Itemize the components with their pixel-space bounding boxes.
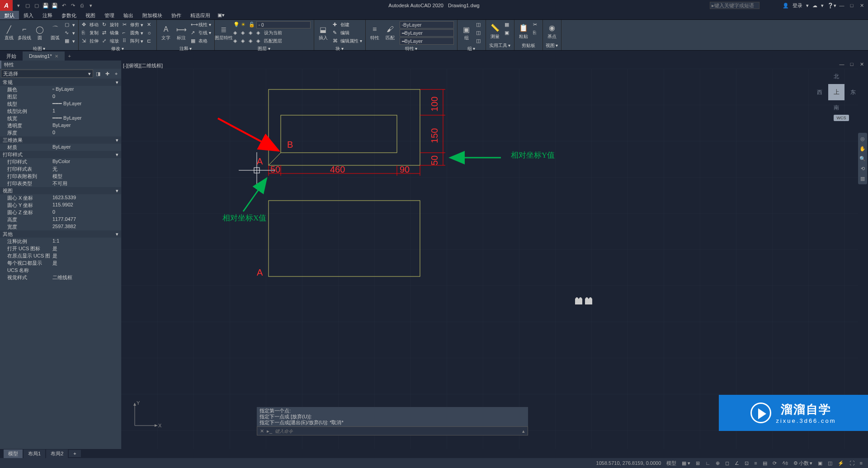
group-tool-1[interactable]: ◫ (475, 21, 484, 29)
tab-featured[interactable]: 精选应用 (186, 11, 215, 19)
table-button[interactable]: ▦表格 (189, 37, 212, 45)
search-input[interactable]: ▸ 键入关键字或短语 (710, 2, 760, 9)
group-tool-2[interactable]: ◫ (475, 29, 484, 37)
steering-wheel-icon[interactable]: ◎ (859, 135, 867, 143)
panel-draw-label[interactable]: 绘图 ▾ (2, 45, 76, 52)
tab-annotate[interactable]: 注释 (38, 11, 57, 19)
dyn-toggle-icon[interactable]: ⊡ (743, 460, 750, 466)
layer-tool-7-icon[interactable]: ◈ (249, 38, 255, 44)
mod-misc-3[interactable]: ⊏ (146, 37, 155, 45)
row-material[interactable]: 材质ByLayer (0, 144, 121, 151)
panel-modify-label[interactable]: 修改 ▾ (80, 45, 155, 52)
hwaccel-toggle-icon[interactable]: ⚡ (836, 460, 846, 466)
section-3d[interactable]: 三维效果▾ (0, 136, 121, 144)
layer-state-row[interactable]: 💡☀🔓▫ 0 (232, 21, 312, 29)
wcs-badge[interactable]: WCS (834, 115, 849, 121)
row-layer[interactable]: 图层0 (0, 93, 121, 100)
insert-button[interactable]: ⬓插入 (316, 21, 330, 45)
row-centerz[interactable]: 圆心 Z 坐标0 (0, 209, 121, 216)
row-linetype[interactable]: 线型━━━ ByLayer (0, 100, 121, 108)
quickselect-icon[interactable]: ◨ (94, 70, 102, 78)
drawing-canvas[interactable]: 50 460 90 50 150 100 A B A (121, 69, 858, 449)
edit-block-button[interactable]: ✎编辑 (331, 29, 363, 37)
maximize-button[interactable]: □ (847, 2, 856, 9)
row-plottype[interactable]: 打印表类型不可用 (0, 180, 121, 187)
move-button[interactable]: ✥移动 (80, 21, 100, 29)
cloud-icon[interactable]: ☁ (812, 3, 817, 9)
doc-min-button[interactable]: — (837, 61, 846, 68)
osnap-toggle-icon[interactable]: ◻ (723, 460, 731, 466)
row-height[interactable]: 高度1177.0477 (0, 216, 121, 223)
create-block-button[interactable]: ✚创建 (331, 21, 363, 29)
panel-props-label[interactable]: 特性 ▾ (368, 45, 455, 52)
cmd-expand-icon[interactable]: ▴ (522, 428, 525, 434)
row-plotattach[interactable]: 打印表附着到模型 (0, 173, 121, 180)
lineweight-combo[interactable]: ━ ByLayer (400, 29, 454, 37)
color-combo[interactable]: ▫ ByLayer (400, 21, 454, 28)
tab-parametric[interactable]: 参数化 (57, 11, 81, 19)
tab-default[interactable]: 默认 (0, 11, 19, 19)
row-annoscale[interactable]: 注释比例1:1 (0, 238, 121, 245)
pan-icon[interactable]: ✋ (859, 145, 867, 153)
layer-combo[interactable]: ▫ 0 (256, 21, 311, 28)
circle-button[interactable]: ◯圆 (33, 21, 47, 45)
row-thickness[interactable]: 厚度0 (0, 129, 121, 136)
fillet-button[interactable]: ⌐圆角 ▾ (121, 29, 145, 37)
section-general[interactable]: 常规▾ (0, 79, 121, 86)
customize-icon[interactable]: ≡ (858, 460, 864, 466)
text-button[interactable]: A文字 (159, 21, 173, 45)
draw-misc-2[interactable]: ∿▾ (63, 29, 76, 37)
model-tab[interactable]: 模型 (4, 449, 23, 458)
arc-button[interactable]: ⌒圆弧 (48, 21, 62, 45)
panel-util-label[interactable]: 实用工具 ▾ (488, 42, 512, 49)
row-transparency[interactable]: 透明度ByLayer (0, 122, 121, 129)
row-plottable[interactable]: 打印样式表无 (0, 165, 121, 173)
polyline-button[interactable]: ⌐多段线 (17, 21, 32, 45)
vc-west[interactable]: 西 (817, 89, 822, 96)
model-toggle[interactable]: 模型 (665, 460, 678, 467)
leader-button[interactable]: ↗引线 ▾ (189, 29, 212, 37)
undo-icon[interactable]: ↶ (60, 1, 68, 9)
help-icon[interactable]: ❔▾ (827, 3, 836, 9)
showmotion-icon[interactable]: ▥ (859, 174, 867, 183)
panel-layers-label[interactable]: 图层 ▾ (217, 45, 312, 52)
row-plotstyle[interactable]: 打印样式ByColor (0, 158, 121, 165)
dim-button[interactable]: ⟼标注 (174, 21, 189, 45)
basepoint-button[interactable]: ◉基点 (545, 21, 559, 42)
row-ltscale[interactable]: 线型比例1 (0, 108, 121, 115)
util-tool-1[interactable]: ▦ (503, 21, 512, 29)
line-button[interactable]: ╱直线 (2, 21, 16, 45)
close-button[interactable]: ✕ (857, 2, 866, 9)
tab-manage[interactable]: 管理 (100, 11, 119, 19)
anno-toggle-icon[interactable]: ⅍ (780, 460, 790, 466)
layer-tool-5-icon[interactable]: ◈ (233, 38, 240, 44)
row-ucsicon[interactable]: 打开 UCS 图标是 (0, 245, 121, 252)
group-button[interactable]: ▣组 (459, 21, 474, 45)
vc-top-face[interactable]: 上 (828, 84, 844, 100)
pickadd-icon[interactable]: ✚ (103, 70, 111, 78)
row-centerx[interactable]: 圆心 X 坐标1623.5339 (0, 194, 121, 201)
vc-north[interactable]: 北 (834, 73, 839, 80)
command-textbox[interactable] (275, 429, 519, 434)
add-tab-button[interactable]: + (65, 51, 75, 61)
row-ucsname[interactable]: UCS 名称 (0, 267, 121, 274)
scale-button[interactable]: ⤢缩放 (101, 37, 120, 45)
layer-tool-6-icon[interactable]: ◈ (241, 38, 247, 44)
lw-toggle-icon[interactable]: ≡ (752, 460, 759, 466)
doc-max-button[interactable]: □ (847, 61, 856, 68)
snap-toggle-icon[interactable]: ⊞ (694, 460, 702, 466)
match-layer-button[interactable]: 匹配图层 (264, 38, 282, 44)
close-tab-icon[interactable]: ✕ (55, 54, 58, 59)
viewport-label[interactable]: [-][俯视][二维线框] (123, 62, 163, 69)
tab-collaborate[interactable]: 协作 (167, 11, 186, 19)
draw-misc-1[interactable]: ▢▾ (63, 21, 76, 29)
paste-button[interactable]: 📋粘贴 (516, 21, 531, 42)
edit-attr-button[interactable]: ⌘编辑属性 ▾ (331, 37, 363, 45)
vc-south[interactable]: 南 (834, 104, 839, 112)
app-logo[interactable]: A (0, 0, 13, 11)
array-button[interactable]: ⠿阵列 ▾ (121, 37, 145, 45)
start-tab[interactable]: 开始 (0, 51, 23, 61)
login-button[interactable]: 登录 (793, 2, 802, 9)
stretch-button[interactable]: ⇲拉伸 (80, 37, 100, 45)
layer-tool-3-icon[interactable]: ◈ (249, 30, 255, 36)
